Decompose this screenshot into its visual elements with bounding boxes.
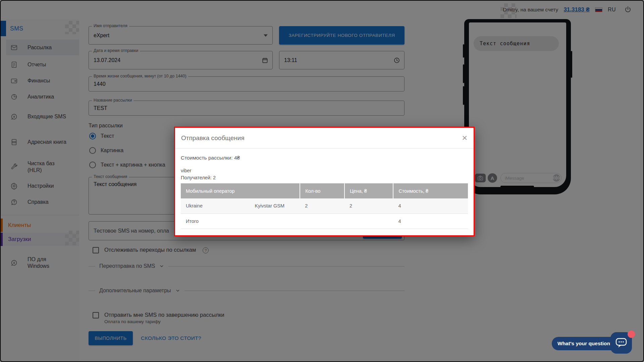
modal-body: Стоимость рассылки: 4₴ viber Получателей… [175,155,474,229]
column-operator: Мобильный оператор [181,183,300,198]
cell-cost: 4 [393,198,468,214]
table-row: Ukraine Kyivstar GSM 2 2 4 [181,198,468,214]
table-total-row: Итого 4 [181,214,468,229]
modal-header: Отправка сообщения ✕ [175,128,474,148]
cell-country: Ukraine [181,198,250,214]
cell-operator: Kyivstar GSM [250,198,300,214]
campaign-cost-line: Стоимость рассылки: 4₴ [181,155,468,161]
chat-prompt-bubble[interactable]: What's your question? [552,337,619,350]
column-price: Цена, ₴ [344,183,393,198]
send-confirmation-modal: Отправка сообщения ✕ Стоимость рассылки:… [174,127,475,236]
close-icon[interactable]: ✕ [462,134,468,141]
app-window: Dmitry, на вашем счету 31,3183 ₴ RU SMS … [0,0,644,362]
column-cost: Стоимость, ₴ [393,183,468,198]
chat-bubble-icon [615,337,627,349]
cost-table: Мобильный оператор Кол-во Цена, ₴ Стоимо… [181,183,468,229]
column-count: Кол-во [300,183,344,198]
cell-count: 2 [300,198,344,214]
recipients-count: Получателей: 2 [181,175,468,180]
chat-notification-dot [628,330,635,338]
cost-table-header-row: Мобильный оператор Кол-во Цена, ₴ Стоимо… [181,183,468,198]
cell-total-cost: 4 [393,214,468,229]
channel-name: viber [181,168,468,173]
cell-total-label: Итого [181,214,250,229]
cell-price: 2 [344,198,393,214]
modal-title: Отправка сообщения [181,134,245,142]
